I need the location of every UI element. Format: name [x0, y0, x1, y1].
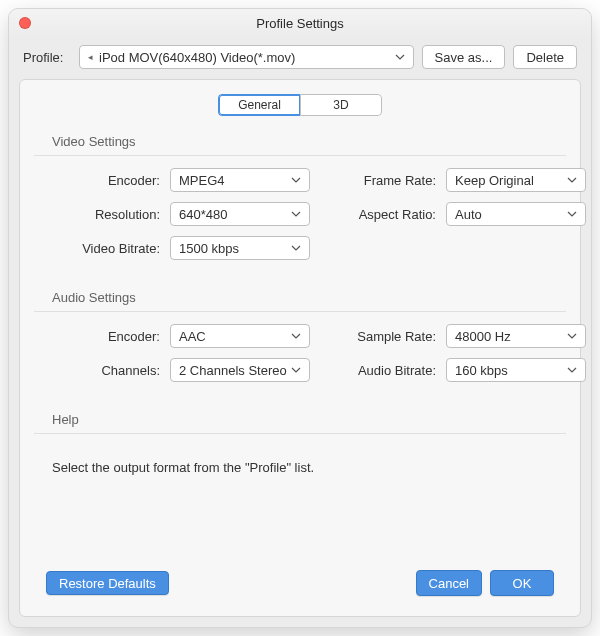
channels-label: Channels: — [34, 358, 160, 382]
tab-general[interactable]: General — [218, 94, 300, 116]
aspect-ratio-label: Aspect Ratio: — [320, 202, 436, 226]
ok-button[interactable]: OK — [490, 570, 554, 596]
chevron-down-icon — [565, 333, 579, 339]
dialog-footer: Restore Defaults Cancel OK — [34, 560, 566, 606]
video-encoder-value: MPEG4 — [179, 173, 289, 188]
video-bitrate-select[interactable]: 1500 kbps — [170, 236, 310, 260]
chevron-down-icon — [289, 245, 303, 251]
settings-panel: General 3D Video Settings Encoder: MPEG4… — [19, 79, 581, 617]
sample-rate-label: Sample Rate: — [320, 324, 436, 348]
chevron-down-icon — [565, 177, 579, 183]
chevron-down-icon — [565, 367, 579, 373]
help-group-label: Help — [52, 412, 566, 427]
profile-toolbar: Profile: ◂ iPod MOV(640x480) Video(*.mov… — [9, 37, 591, 79]
sample-rate-value: 48000 Hz — [455, 329, 565, 344]
divider — [34, 433, 566, 434]
resolution-label: Resolution: — [34, 202, 160, 226]
resolution-select[interactable]: 640*480 — [170, 202, 310, 226]
tabs: General 3D — [218, 94, 382, 116]
audio-bitrate-label: Audio Bitrate: — [320, 358, 436, 382]
close-icon[interactable] — [19, 17, 31, 29]
audio-encoder-value: AAC — [179, 329, 289, 344]
sample-rate-select[interactable]: 48000 Hz — [446, 324, 586, 348]
delete-button[interactable]: Delete — [513, 45, 577, 69]
chevron-down-icon — [289, 211, 303, 217]
audio-bitrate-value: 160 kbps — [455, 363, 565, 378]
aspect-ratio-value: Auto — [455, 207, 565, 222]
frame-rate-select[interactable]: Keep Original — [446, 168, 586, 192]
help-text: Select the output format from the "Profi… — [52, 460, 566, 475]
history-prev-icon[interactable]: ◂ — [86, 52, 95, 62]
profile-settings-window: Profile Settings Profile: ◂ iPod MOV(640… — [8, 8, 592, 628]
divider — [34, 155, 566, 156]
audio-encoder-select[interactable]: AAC — [170, 324, 310, 348]
frame-rate-label: Frame Rate: — [320, 168, 436, 192]
chevron-down-icon — [565, 211, 579, 217]
divider — [34, 311, 566, 312]
profile-select-value: iPod MOV(640x480) Video(*.mov) — [99, 50, 389, 65]
audio-settings-grid: Encoder: AAC Sample Rate: 48000 Hz Chann… — [34, 324, 566, 382]
resolution-value: 640*480 — [179, 207, 289, 222]
cancel-button[interactable]: Cancel — [416, 570, 482, 596]
restore-defaults-button[interactable]: Restore Defaults — [46, 571, 169, 595]
video-settings-group-label: Video Settings — [52, 134, 566, 149]
audio-settings-group-label: Audio Settings — [52, 290, 566, 305]
profile-select[interactable]: ◂ iPod MOV(640x480) Video(*.mov) — [79, 45, 414, 69]
chevron-down-icon — [393, 54, 407, 60]
audio-encoder-label: Encoder: — [34, 324, 160, 348]
channels-value: 2 Channels Stereo — [179, 363, 289, 378]
video-encoder-select[interactable]: MPEG4 — [170, 168, 310, 192]
video-bitrate-value: 1500 kbps — [179, 241, 289, 256]
tab-3d[interactable]: 3D — [300, 94, 382, 116]
chevron-down-icon — [289, 367, 303, 373]
chevron-down-icon — [289, 333, 303, 339]
frame-rate-value: Keep Original — [455, 173, 565, 188]
titlebar: Profile Settings — [9, 9, 591, 37]
aspect-ratio-select[interactable]: Auto — [446, 202, 586, 226]
chevron-down-icon — [289, 177, 303, 183]
audio-bitrate-select[interactable]: 160 kbps — [446, 358, 586, 382]
window-title: Profile Settings — [256, 16, 343, 31]
video-settings-grid: Encoder: MPEG4 Frame Rate: Keep Original… — [34, 168, 566, 260]
save-as-button[interactable]: Save as... — [422, 45, 506, 69]
profile-label: Profile: — [23, 50, 71, 65]
channels-select[interactable]: 2 Channels Stereo — [170, 358, 310, 382]
video-bitrate-label: Video Bitrate: — [34, 236, 160, 260]
video-encoder-label: Encoder: — [34, 168, 160, 192]
